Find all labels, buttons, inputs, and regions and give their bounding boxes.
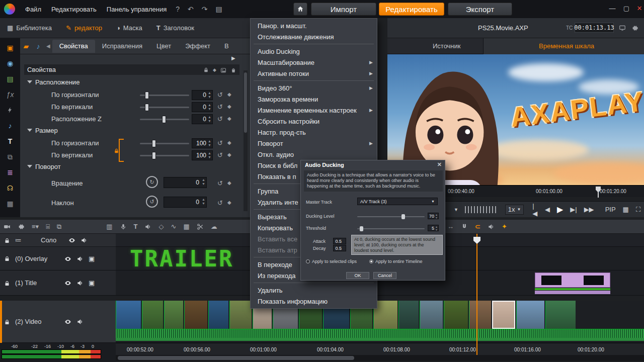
pip-button[interactable]: PIP — [602, 206, 619, 213]
cloud-icon[interactable]: ☁ — [207, 221, 221, 232]
stepper-icons[interactable]: ▲▼ — [202, 178, 205, 186]
menu-item-time-settings[interactable]: Изменение временных настроек▶ — [251, 105, 377, 116]
menu-item-show-info[interactable]: Показать информацию — [251, 296, 377, 307]
prev-frame-button[interactable]: ◀ — [541, 206, 553, 213]
keyframe-icon[interactable]: ◆ — [227, 180, 231, 186]
track-eye-icon[interactable] — [64, 318, 71, 326]
thumbnail-icon[interactable] — [220, 66, 226, 73]
export-button[interactable]: Экспорт — [448, 3, 512, 16]
track-pip-icon[interactable]: ▣ — [89, 279, 95, 287]
tab-corrections[interactable]: Исправления — [95, 40, 149, 53]
playhead-line[interactable] — [476, 234, 477, 355]
track-header-video[interactable]: (2) Video — [0, 301, 116, 343]
help-icon[interactable]: ? — [172, 5, 184, 13]
radio-selected-clips[interactable]: Apply to selected clips — [306, 259, 357, 264]
stepper-icons[interactable]: ▲▼ — [435, 225, 438, 231]
clip-thumbnail[interactable] — [184, 301, 207, 329]
tab-effect[interactable]: Эффект — [178, 40, 217, 53]
track-eye-icon[interactable] — [64, 254, 71, 262]
menu-item-freeze-time[interactable]: Заморозка времени — [251, 94, 377, 105]
menu-control-panel[interactable]: Панель управления — [102, 6, 172, 13]
pos-h-value-field[interactable]: 0▲▼ — [192, 90, 213, 100]
clip-thumbnail[interactable] — [420, 301, 443, 329]
tab-mask[interactable]: ◑ Маска — [109, 18, 149, 38]
play-button[interactable]: ▶ — [553, 205, 567, 214]
menu-item-scaling[interactable]: Масштабирование▶ — [251, 57, 377, 68]
group-size[interactable]: Размер — [27, 127, 58, 134]
tab-title[interactable]: T Заголовок — [149, 18, 201, 38]
clip-thumbnail[interactable] — [142, 301, 163, 329]
fx-icon[interactable]: ƒx — [4, 89, 16, 100]
track-speaker-icon[interactable] — [76, 318, 84, 326]
reset-icon[interactable]: ↺ — [217, 91, 223, 99]
clip-thumbnail[interactable] — [444, 301, 468, 329]
notes-icon[interactable]: ▤ — [211, 5, 226, 13]
menu-item-pan-zoom[interactable]: Панор. и масшт. — [251, 20, 377, 31]
menu-item-video-360[interactable]: Видео 360°▶ — [251, 82, 377, 94]
stepper-icons[interactable]: ▲▼ — [208, 151, 211, 159]
reset-icon[interactable]: ↺ — [217, 151, 223, 159]
audio-scrub-icon[interactable] — [484, 221, 498, 232]
reset-icon[interactable]: ↺ — [217, 179, 223, 187]
pos-z-value-field[interactable]: 0▲▼ — [192, 114, 213, 124]
jump-start-button[interactable]: |◀ — [529, 202, 541, 217]
menu-item-mute-audio[interactable]: Откл. аудио — [251, 149, 377, 160]
reset-icon[interactable]: ↺ — [217, 139, 223, 147]
gear-icon[interactable] — [14, 221, 28, 232]
track-lock-icon[interactable] — [4, 255, 10, 262]
playback-speed-select[interactable]: 1x▼ — [505, 205, 524, 215]
slider-thumb[interactable] — [360, 226, 363, 231]
track-speaker-icon[interactable] — [76, 254, 84, 262]
slider-thumb[interactable] — [162, 116, 166, 123]
pip-grid-icon[interactable]: ▦ — [619, 206, 632, 213]
keyframe-icon[interactable]: ◆ — [227, 104, 231, 109]
clip-thumbnail[interactable] — [208, 301, 228, 329]
preview-settings-icon[interactable] — [631, 24, 638, 32]
effects-bolt-icon[interactable] — [4, 105, 16, 116]
collections-icon[interactable]: ▤ — [4, 73, 16, 84]
threshold-slider[interactable] — [357, 228, 425, 229]
montage-grid-icon[interactable]: ▦ — [4, 198, 16, 209]
scrollbar-thumb[interactable] — [118, 356, 354, 360]
track-pip-icon[interactable]: ▣ — [89, 255, 95, 262]
threshold-field[interactable]: 5▲▼ — [428, 225, 439, 231]
titles-icon[interactable]: T — [4, 136, 16, 147]
clip-thumbnail[interactable] — [545, 301, 576, 329]
clip-thumbnail[interactable] — [398, 301, 419, 329]
keyframe-all-icon[interactable]: ◆ — [213, 67, 216, 72]
rotation-knob[interactable]: ↻ — [146, 176, 158, 188]
marker-icon[interactable]: ≡▾ — [28, 221, 42, 232]
timecode-field[interactable]: 00:01:13.13 — [575, 23, 614, 33]
menu-item-rotation[interactable]: Поворот▶ — [251, 138, 377, 149]
attack-field[interactable]: 0.5 — [333, 238, 346, 244]
scissors-icon[interactable] — [193, 221, 207, 232]
dialog-titlebar[interactable]: Audio Ducking✕ — [301, 160, 445, 169]
grid-tool-icon[interactable]: ▦ — [180, 221, 193, 232]
audio-note-icon[interactable]: ♪ — [32, 41, 44, 52]
transitions-icon[interactable]: ⧉ — [4, 151, 16, 162]
track-list-icon[interactable]: ≔ — [15, 236, 22, 244]
size-v-slider[interactable] — [140, 155, 189, 156]
stepper-icons[interactable]: ▲▼ — [202, 198, 205, 206]
timeline-settings-icon[interactable] — [0, 221, 14, 232]
maximize-button[interactable]: ▢ — [620, 5, 633, 12]
redo-icon[interactable]: ↷ — [198, 5, 212, 13]
track-lock-icon[interactable] — [4, 318, 10, 325]
size-h-value-field[interactable]: 100▲▼ — [192, 138, 213, 148]
clip-thumbnail[interactable] — [516, 301, 544, 329]
marker-c-icon[interactable]: ⊂ — [471, 221, 484, 232]
pos-z-slider[interactable] — [140, 119, 189, 120]
list-icon[interactable]: ⌸ — [42, 221, 53, 232]
track-header-overlay[interactable]: (0) Overlay ▣ — [0, 247, 116, 270]
master-track-select[interactable]: A/V Track (3) ▼ — [357, 198, 438, 205]
disc-icon[interactable]: ◉ — [4, 58, 16, 69]
close-button[interactable]: ✕ — [633, 5, 644, 12]
next-frame-button[interactable]: ▶| — [567, 206, 580, 213]
track-header-title[interactable]: (1) Title ▣ — [0, 270, 116, 296]
jump-end-button[interactable]: ▶▶ — [581, 206, 598, 213]
group-rotation[interactable]: Поворот — [27, 163, 61, 170]
trailer-title-clip[interactable]: TRAILER — [130, 246, 233, 272]
clip-thumbnail[interactable] — [469, 301, 491, 329]
keyframe-icon[interactable]: ◆ — [227, 152, 231, 157]
master-lock-icon[interactable] — [4, 236, 10, 244]
